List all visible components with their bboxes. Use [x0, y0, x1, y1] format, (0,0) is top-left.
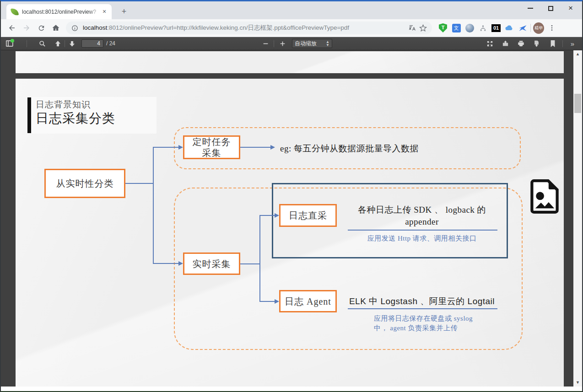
close-button[interactable]: × [567, 5, 574, 11]
extension-sitemap-button[interactable] [477, 22, 488, 33]
bottom-strip [1, 387, 582, 391]
extensions-area: T 文 01 精华 [437, 22, 557, 33]
toolbar-separator [274, 40, 274, 47]
page-3-partial [16, 51, 564, 73]
download-icon [533, 40, 540, 47]
connector-line [259, 301, 275, 302]
select-arrows-icon: ▲▼ [326, 40, 329, 47]
browser-toolbar: localhost:8012/onlinePreview?url=http://… [1, 19, 582, 37]
extension-bird-button[interactable] [517, 22, 528, 33]
address-bar[interactable]: localhost:8012/onlinePreview?url=http://… [66, 21, 432, 34]
connector-line [153, 147, 154, 263]
cloud-icon [505, 23, 514, 32]
direct-note-text: 应用发送 Http 请求、调用相关接口 [343, 234, 501, 243]
chrome-menu-button[interactable] [546, 22, 557, 33]
url-text[interactable]: localhost:8012/onlinePreview?url=http://… [83, 24, 406, 32]
profile-button[interactable]: 精华 [533, 22, 544, 33]
bookmark-star-button[interactable] [417, 22, 428, 33]
divider-line [348, 230, 497, 231]
search-icon [39, 40, 46, 47]
tab-title: localhost:8012/onlinePreview? [22, 9, 101, 15]
node-label: 日志直采 [289, 210, 327, 221]
timed-example-text: eg: 每五分钟从数据源批量导入数据 [280, 143, 472, 155]
browser-window: localhost:8012/onlinePreview? × + × loca… [0, 0, 583, 392]
star-icon [419, 24, 427, 32]
zoom-select[interactable]: 自动缩放 ▲▼ [292, 39, 332, 48]
bookmark-button[interactable] [547, 38, 559, 49]
minus-icon [263, 41, 269, 47]
scroll-up-icon[interactable]: ▲ [573, 50, 582, 58]
node-log-agent: 日志 Agent [279, 290, 337, 312]
maximize-button[interactable] [547, 5, 554, 11]
page-count-label: / 24 [106, 40, 115, 47]
presentation-mode-button[interactable] [484, 38, 496, 49]
slide-canvas: 日志背景知识 日志采集分类 [16, 79, 564, 387]
connector-line [153, 147, 178, 148]
slide-eyebrow: 日志背景知识 [36, 99, 91, 111]
forward-button[interactable] [20, 21, 33, 34]
sidebar-toggle-button[interactable] [4, 38, 16, 49]
node-classify-by-realtime: 从实时性分类 [44, 169, 125, 198]
extension-cloud-button[interactable] [504, 22, 515, 33]
find-button[interactable] [36, 38, 48, 49]
agent-desc-text: ELK 中 Logstash 、阿里云的 Logtail [343, 295, 501, 307]
pdf-viewer[interactable]: 日志背景知识 日志采集分类 [1, 50, 582, 387]
arrowhead-icon [178, 145, 183, 150]
profile-avatar: 精华 [533, 22, 544, 34]
more-tools-button[interactable]: » [567, 38, 578, 49]
open-file-button[interactable] [499, 38, 511, 49]
fullscreen-icon [486, 40, 493, 47]
toolbar-separator [562, 40, 563, 47]
close-icon: × [568, 5, 573, 11]
toolbar-separator [530, 24, 531, 32]
page-up-button[interactable] [52, 38, 64, 49]
kebab-menu-icon [548, 24, 556, 32]
print-button[interactable] [515, 38, 527, 49]
bookmark-icon [550, 40, 556, 47]
url-host: localhost [83, 24, 107, 31]
node-label: 定时任务采集 [193, 136, 231, 158]
extension-translate-button[interactable]: 文 [451, 22, 462, 33]
minimize-button[interactable] [527, 5, 534, 11]
page-number-input[interactable] [81, 39, 103, 48]
toolbar-separator [27, 40, 27, 47]
translate-page-button[interactable] [406, 22, 417, 33]
zoom-in-button[interactable] [276, 38, 288, 49]
home-button[interactable] [49, 21, 62, 34]
info-icon[interactable] [71, 25, 78, 32]
connector-line [259, 215, 260, 301]
zoom-out-button[interactable] [259, 38, 271, 49]
pdf-toolbar: / 24 自动缩放 ▲▼ [1, 37, 582, 50]
extension-01-button[interactable]: 01 [491, 22, 502, 33]
plus-icon [280, 41, 286, 47]
globe-orb-icon [465, 24, 474, 32]
page-4: 日志背景知识 日志采集分类 [16, 79, 564, 387]
extension-shield-button[interactable]: T [437, 22, 448, 33]
back-button[interactable] [5, 21, 18, 34]
back-arrow-icon [8, 24, 16, 32]
new-tab-button[interactable]: + [118, 6, 130, 18]
divider-line [348, 308, 497, 309]
vertical-scrollbar[interactable]: ▲ ▼ [573, 50, 582, 387]
arrowhead-icon [275, 213, 279, 218]
connector-line [153, 263, 178, 264]
browser-tab[interactable]: localhost:8012/onlinePreview? × [6, 4, 112, 19]
sitemap-icon [479, 24, 487, 32]
reload-button[interactable] [35, 21, 48, 34]
zoom-select-value: 自动缩放 [295, 40, 317, 48]
extension-orb-button[interactable] [464, 22, 475, 33]
node-direct-collect: 日志直采 [279, 204, 337, 227]
node-label: 从实时性分类 [56, 178, 114, 189]
page-down-button[interactable] [66, 38, 78, 49]
scrollbar-thumb[interactable] [574, 94, 581, 113]
title-accent-bar [27, 97, 31, 133]
scroll-down-icon[interactable]: ▼ [573, 379, 582, 387]
open-file-icon [502, 40, 509, 47]
node-label: 实时采集 [193, 258, 231, 269]
minimize-icon [528, 8, 533, 9]
connector-line [240, 147, 270, 148]
download-button[interactable] [530, 38, 542, 49]
shield-icon: T [439, 23, 447, 32]
tab-close-icon[interactable]: × [101, 8, 108, 16]
reload-icon [38, 24, 45, 32]
